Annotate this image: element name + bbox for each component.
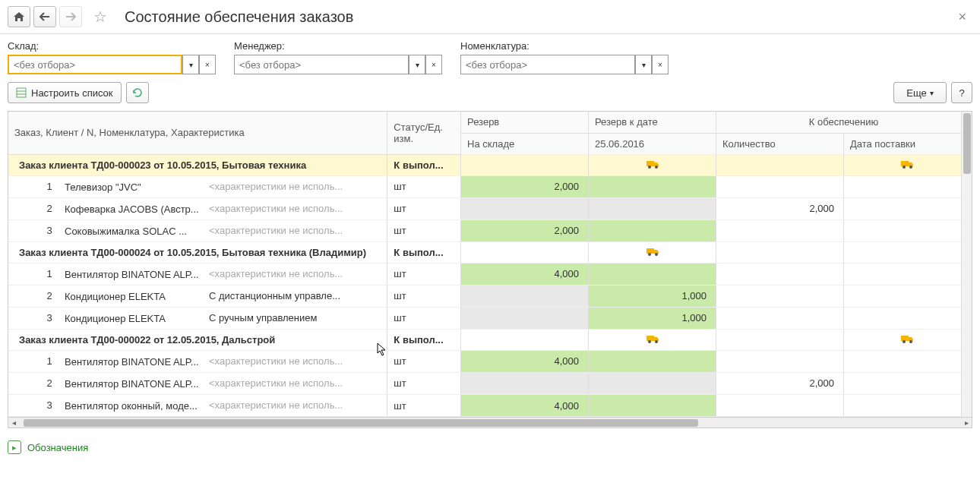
group-reserve — [461, 154, 589, 175]
table-row[interactable]: 1Вентилятор BINATONE ALP...<характеристи… — [8, 350, 972, 372]
configure-list-label: Настроить список — [31, 87, 113, 99]
group-ship — [843, 241, 971, 263]
group-reserve — [461, 241, 589, 263]
item-ship — [843, 372, 971, 394]
close-button[interactable]: × — [952, 9, 972, 25]
filter-warehouse-input[interactable] — [8, 55, 182, 74]
item-name: Вентилятор BINATONE ALP... — [65, 356, 209, 368]
horizontal-scrollbar[interactable]: ◂ ▸ — [8, 417, 972, 428]
table-row[interactable]: 3Вентилятор оконный, моде...<характерист… — [8, 395, 972, 417]
filter-manager-input[interactable] — [234, 55, 409, 74]
th-reserve[interactable]: Резерв — [461, 112, 589, 133]
filter-manager-clear[interactable]: × — [425, 55, 442, 74]
item-cell: 3Кондиционер ELEKTAС ручным управлением — [8, 307, 387, 329]
th-nomen[interactable]: Заказ, Клиент / N, Номенклатура, Характе… — [8, 112, 387, 154]
item-name: Кондиционер ELEKTA — [65, 291, 209, 302]
line-number: 2 — [34, 290, 65, 301]
chevron-down-icon: ▾ — [189, 61, 193, 69]
group-bydate — [589, 154, 716, 175]
item-unit: шт — [387, 197, 461, 219]
group-qty — [716, 329, 843, 350]
configure-list-button[interactable]: Настроить список — [8, 82, 122, 103]
clear-icon: × — [205, 61, 210, 69]
hscroll-left-arrow[interactable]: ◂ — [8, 418, 19, 427]
line-number: 1 — [34, 181, 65, 192]
hscroll-thumb[interactable] — [24, 419, 698, 427]
th-status[interactable]: Статус/Ед. изм. — [387, 112, 461, 154]
th-ship[interactable]: Дата поставки — [843, 133, 971, 154]
legend-label[interactable]: Обозначения — [27, 442, 88, 453]
svg-point-17 — [909, 340, 912, 343]
filter-warehouse-clear[interactable]: × — [199, 55, 216, 74]
truck-icon — [646, 159, 659, 169]
item-reserve: 4,000 — [461, 395, 589, 417]
table-row[interactable]: 1Телевизор "JVC"<характеристики не испол… — [8, 175, 972, 197]
vscroll-thumb[interactable] — [963, 113, 971, 174]
item-qty — [716, 350, 843, 372]
item-reserve: 2,000 — [461, 219, 589, 241]
group-title: Заказ клиента ТД00-000022 от 12.05.2015,… — [8, 329, 387, 350]
svg-point-10 — [648, 253, 651, 256]
item-reserve — [461, 307, 589, 329]
filter-manager-dropdown[interactable]: ▾ — [409, 55, 425, 74]
group-qty — [716, 241, 843, 263]
help-button[interactable]: ? — [951, 82, 972, 103]
refresh-icon — [131, 87, 144, 99]
refresh-button[interactable] — [126, 82, 149, 103]
filter-nomen-dropdown[interactable]: ▾ — [635, 55, 652, 74]
hscroll-right-arrow[interactable]: ▸ — [961, 418, 972, 427]
vertical-scrollbar[interactable] — [961, 112, 972, 417]
group-ship — [843, 329, 971, 350]
table-row[interactable]: 3Соковыжималка SOLAC ...<характеристики … — [8, 219, 972, 241]
favorite-star[interactable]: ☆ — [90, 6, 111, 27]
chevron-right-icon: ▸ — [12, 443, 17, 453]
legend-expand-button[interactable]: ▸ — [8, 440, 21, 454]
table-row[interactable]: 2Кофеварка JACOBS (Австр...<характеристи… — [8, 197, 972, 219]
item-cell: 3Вентилятор оконный, моде...<характерист… — [8, 395, 387, 417]
item-qty — [716, 395, 843, 417]
more-button[interactable]: Еще ▾ — [893, 82, 947, 103]
th-bydate[interactable]: Резерв к дате — [589, 112, 716, 133]
item-bydate — [589, 395, 716, 417]
item-unit: шт — [387, 395, 461, 417]
item-unit: шт — [387, 350, 461, 372]
group-row[interactable]: Заказ клиента ТД00-000023 от 10.05.2015,… — [8, 154, 972, 175]
help-icon: ? — [959, 87, 964, 99]
item-name: Кондиционер ELEKTA — [65, 313, 209, 324]
item-qty — [716, 285, 843, 307]
group-bydate — [589, 329, 716, 350]
forward-button[interactable] — [59, 6, 82, 27]
th-qty[interactable]: Количество — [716, 133, 843, 154]
item-characteristic: <характеристики не исполь... — [209, 181, 343, 192]
item-name: Соковыжималка SOLAC ... — [65, 226, 209, 237]
item-reserve: 4,000 — [461, 350, 589, 372]
svg-point-4 — [648, 166, 651, 169]
close-icon: × — [958, 9, 966, 24]
group-row[interactable]: Заказ клиента ТД00-000024 от 10.05.2015,… — [8, 241, 972, 263]
item-cell: 3Соковыжималка SOLAC ...<характеристики … — [8, 219, 387, 241]
svg-rect-9 — [646, 248, 654, 254]
home-button[interactable] — [8, 6, 30, 27]
filter-nomen-label: Номенклатура: — [460, 40, 669, 52]
line-number: 3 — [34, 399, 65, 411]
back-button[interactable] — [33, 6, 56, 27]
group-reserve — [461, 329, 589, 350]
item-bydate — [589, 197, 716, 219]
table-row[interactable]: 3Кондиционер ELEKTAС ручным управлениемш… — [8, 307, 972, 329]
th-bydate-sub[interactable]: 25.06.2016 — [589, 133, 716, 154]
table-row[interactable]: 1Вентилятор BINATONE ALP...<характеристи… — [8, 263, 972, 285]
table-row[interactable]: 2Вентилятор BINATONE ALP...<характеристи… — [8, 372, 972, 394]
line-number: 2 — [34, 203, 65, 214]
chevron-down-icon: ▾ — [416, 61, 419, 69]
filter-warehouse-dropdown[interactable]: ▾ — [182, 55, 199, 74]
th-reserve-sub[interactable]: На складе — [461, 133, 589, 154]
table-row[interactable]: 2Кондиционер ELEKTAС дистанционным управ… — [8, 285, 972, 307]
group-row[interactable]: Заказ клиента ТД00-000022 от 12.05.2015,… — [8, 329, 972, 350]
svg-point-5 — [655, 166, 658, 169]
item-bydate — [589, 263, 716, 285]
filter-nomen-input[interactable] — [460, 55, 635, 74]
th-provision[interactable]: К обеспечению — [716, 112, 971, 133]
clear-icon: × — [432, 61, 436, 69]
item-ship — [843, 395, 971, 417]
filter-nomen-clear[interactable]: × — [652, 55, 669, 74]
